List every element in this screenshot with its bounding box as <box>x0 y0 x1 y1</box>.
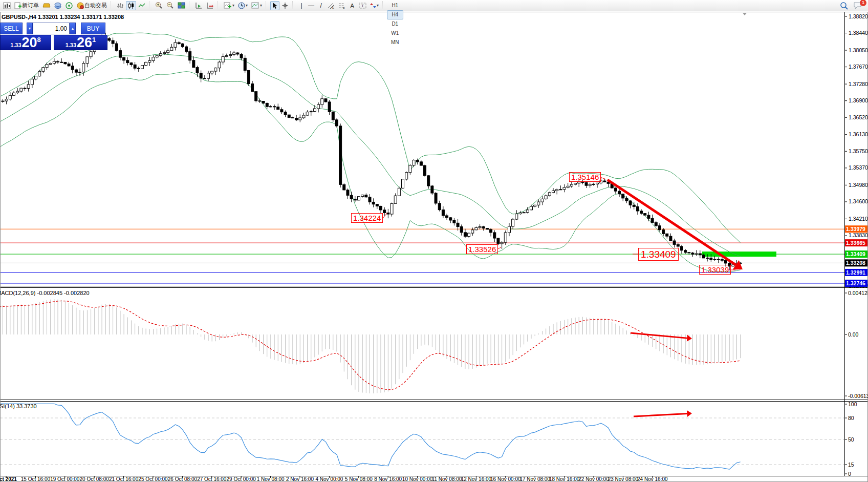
svg-text:1.36520: 1.36520 <box>849 114 868 120</box>
svg-text:1.32991: 1.32991 <box>846 269 865 276</box>
svg-text:15: 15 <box>848 462 854 468</box>
price-annotation[interactable]: 1.34224 <box>351 213 383 223</box>
crosshair-icon[interactable] <box>280 1 290 10</box>
autotrade-label: 自动交易 <box>84 2 107 9</box>
svg-text:27 Oct 16:00: 27 Oct 16:00 <box>197 476 227 482</box>
buy-price-small: 1.33 <box>66 42 76 48</box>
svg-text:19 Oct 00:00: 19 Oct 00:00 <box>50 476 80 482</box>
chat-icon[interactable]: 1 <box>852 1 863 10</box>
line-chart-icon[interactable] <box>137 1 147 10</box>
svg-text:20 Oct 08:00: 20 Oct 08:00 <box>80 476 110 482</box>
gold-icon[interactable] <box>41 1 52 10</box>
svg-text:26 Oct 08:00: 26 Oct 08:00 <box>168 476 198 482</box>
templates-icon[interactable]: ▾ <box>250 1 264 10</box>
svg-text:1.35750: 1.35750 <box>849 148 868 154</box>
svg-text:1.36130: 1.36130 <box>849 131 868 137</box>
svg-text:1.35370: 1.35370 <box>849 164 868 171</box>
svg-text:8 Nov 16:00: 8 Nov 16:00 <box>374 476 402 482</box>
svg-text:80: 80 <box>848 415 854 421</box>
svg-text:29 Oct 00:00: 29 Oct 00:00 <box>227 476 256 482</box>
search-icon[interactable] <box>838 1 850 10</box>
channel-icon[interactable]: E <box>326 1 336 10</box>
svg-text:0.004128: 0.004128 <box>848 290 868 296</box>
vertical-line-icon[interactable]: | <box>297 1 306 10</box>
cursor-icon[interactable] <box>270 1 279 10</box>
fibonacci-icon[interactable]: F <box>337 1 347 10</box>
sell-price-sup: 8 <box>37 36 41 44</box>
svg-text:23 Nov 08:00: 23 Nov 08:00 <box>608 476 639 482</box>
svg-text:1.33409: 1.33409 <box>846 251 865 257</box>
rsi-indicator-label: RSI(14) 33.3730 <box>0 403 37 409</box>
svg-text:T: T <box>361 4 364 8</box>
sell-price[interactable]: 1.33 20 8 <box>0 35 51 50</box>
svg-text:1 Nov 08:00: 1 Nov 08:00 <box>257 476 285 482</box>
svg-text:25 Oct 00:00: 25 Oct 00:00 <box>138 476 168 482</box>
svg-text:1.33665: 1.33665 <box>846 240 865 246</box>
arrows-tool-icon[interactable]: ▾ <box>368 1 380 10</box>
toolbar-separator <box>218 2 220 9</box>
chat-badge: 1 <box>860 0 866 6</box>
signal-icon[interactable] <box>64 1 75 10</box>
trendline-icon[interactable]: / <box>316 1 326 10</box>
zoom-out-icon[interactable] <box>165 1 176 10</box>
indicators-icon[interactable]: ▾ <box>222 1 236 10</box>
svg-text:22 Nov 00:00: 22 Nov 00:00 <box>578 476 609 482</box>
sell-button[interactable]: SELL <box>0 23 23 34</box>
timeframe-h1[interactable]: H1 <box>387 1 403 10</box>
zoom-in-icon[interactable] <box>154 1 164 10</box>
text-icon[interactable]: A <box>348 1 357 10</box>
timeframe-group: M1M5M15M30H1H4D1W1MN <box>387 0 403 47</box>
timeframe-w1[interactable]: W1 <box>387 29 403 38</box>
sell-price-big: 20 <box>22 36 37 49</box>
price-annotation[interactable]: 1.33409 <box>638 248 679 261</box>
periods-icon[interactable]: ▾ <box>236 1 249 10</box>
svg-text:100: 100 <box>848 401 857 407</box>
price-annotation[interactable]: 1.33526 <box>466 244 498 254</box>
volume-input[interactable] <box>33 23 70 34</box>
candlestick-chart-icon[interactable] <box>126 1 136 10</box>
timeframe-h4[interactable]: H4 <box>387 10 403 19</box>
buy-price-big: 26 <box>77 36 92 49</box>
toolbar-separator <box>266 2 268 9</box>
price-annotation[interactable]: 1.33039 <box>699 265 731 275</box>
autoscroll-icon[interactable] <box>193 1 204 10</box>
buy-button[interactable]: BUY <box>81 23 105 34</box>
svg-text:1.38440: 1.38440 <box>849 30 868 36</box>
history-icon[interactable] <box>53 1 63 10</box>
svg-text:1.34600: 1.34600 <box>849 198 868 204</box>
chart-window-icon[interactable] <box>2 1 12 10</box>
buy-price[interactable]: 1.33 26 1 <box>54 35 107 50</box>
svg-text:1.37670: 1.37670 <box>849 64 868 70</box>
svg-text:24 Nov 16:00: 24 Nov 16:00 <box>637 476 668 482</box>
price-annotation[interactable]: 1.35146 <box>569 172 601 182</box>
svg-text:2 Nov 16:00: 2 Nov 16:00 <box>286 476 314 482</box>
svg-text:0: 0 <box>848 471 851 477</box>
toolbar: 新订单 自动交易 <box>0 0 868 11</box>
timeframe-mn[interactable]: MN <box>387 38 403 47</box>
bar-chart-icon[interactable] <box>115 1 125 10</box>
chart-shift-icon[interactable] <box>205 1 215 10</box>
svg-text:1.32746: 1.32746 <box>846 280 865 286</box>
svg-text:1.38050: 1.38050 <box>849 47 868 53</box>
chart-title: GBPUSD-,H4 1.33201 1.33234 1.33171 1.332… <box>2 14 124 20</box>
timeframe-d1[interactable]: D1 <box>387 19 403 29</box>
macd-indicator-label: MACD(12,26,9) -0.002845 -0.002820 <box>0 290 90 296</box>
svg-text:1.36900: 1.36900 <box>849 97 868 103</box>
toolbar-separator <box>382 2 385 9</box>
svg-text:16 Nov 00:00: 16 Nov 00:00 <box>490 476 521 482</box>
volume-decrease-button[interactable]: ▼ <box>27 23 33 34</box>
autotrade-button[interactable]: 自动交易 <box>75 1 108 10</box>
toolbar-separator <box>111 2 113 9</box>
toolbar-separator <box>189 2 191 9</box>
tile-windows-icon[interactable] <box>176 1 187 10</box>
new-order-button[interactable]: 新订单 <box>13 1 40 10</box>
svg-text:-0.006132: -0.006132 <box>848 393 868 399</box>
chart-canvas: 1.388201.384401.380501.376701.372801.369… <box>0 0 868 482</box>
text-label-icon[interactable]: T <box>357 1 368 10</box>
svg-text:1.33208: 1.33208 <box>846 260 865 266</box>
svg-text:11 Nov 08:00: 11 Nov 08:00 <box>432 476 462 482</box>
volume-increase-button[interactable]: ▲ <box>70 23 76 34</box>
svg-text:1.33830: 1.33830 <box>849 232 868 238</box>
horizontal-line-icon[interactable]: — <box>307 1 316 10</box>
svg-text:Oct 2021: Oct 2021 <box>0 476 17 482</box>
